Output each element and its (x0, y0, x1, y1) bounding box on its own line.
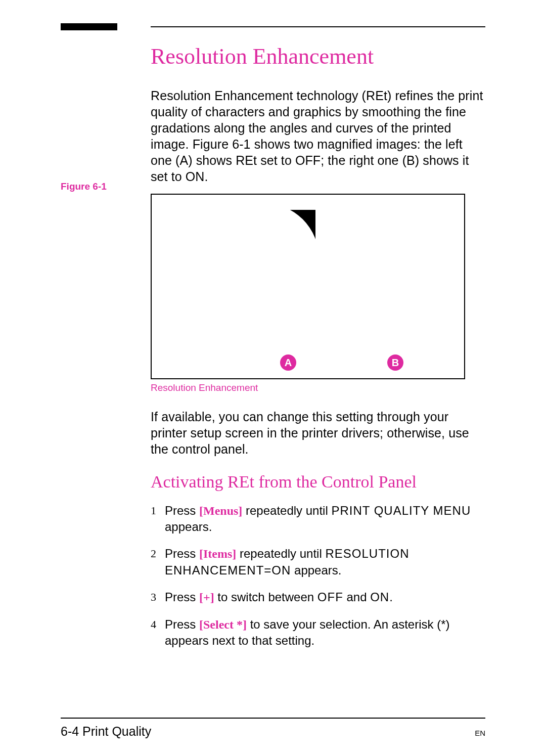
page-footer: 6-4 Print Quality EN (61, 724, 485, 739)
figure-caption: Resolution Enhancement (151, 382, 485, 393)
section-subtitle: Activating REt from the Control Panel (151, 472, 485, 492)
footer-page: 6-4 Print Quality (61, 724, 151, 739)
step-2: Press [Items] repeatedly until RESOLUTIO… (151, 546, 485, 577)
step-1: Press [Menus] repeatedly until PRINT QUA… (151, 503, 485, 535)
steps-list: Press [Menus] repeatedly until PRINT QUA… (151, 503, 485, 648)
key-plus: [+] (199, 591, 214, 604)
figure-badge-a: A (280, 354, 296, 371)
step-4: Press [Select *] to save your selection.… (151, 616, 485, 648)
figure-label: Figure 6-1 (61, 181, 107, 192)
step-3: Press [+] to switch between OFF and ON. (151, 589, 485, 605)
footer-lang: EN (475, 729, 485, 737)
header-rule-thick (61, 23, 117, 30)
figure-swatch-a (256, 210, 315, 270)
intro-paragraph: Resolution Enhancement technology (REt) … (151, 87, 485, 185)
header-rule-thin (151, 26, 485, 27)
figure-badge-b: B (387, 354, 403, 371)
figure-box: A B (151, 194, 465, 379)
page-title: Resolution Enhancement (151, 43, 485, 69)
post-figure-paragraph: If available, you can change this settin… (151, 409, 485, 457)
footer-rule (61, 718, 485, 719)
key-items: [Items] (199, 547, 236, 560)
key-menus: [Menus] (199, 504, 242, 517)
key-select: [Select *] (199, 618, 247, 631)
